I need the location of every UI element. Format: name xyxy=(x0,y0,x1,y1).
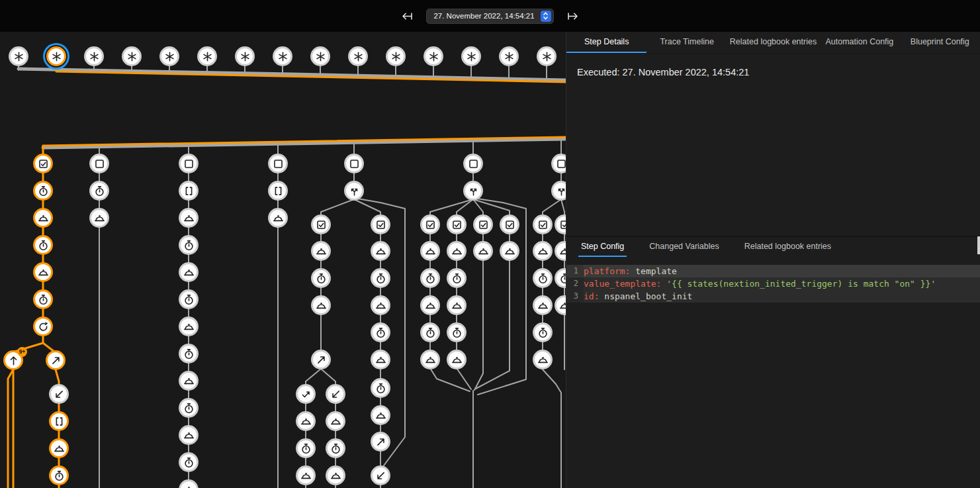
trigger-node[interactable] xyxy=(159,46,179,66)
delay-node[interactable] xyxy=(447,268,467,288)
delay-node[interactable] xyxy=(533,268,553,288)
service-call-node[interactable] xyxy=(555,295,566,315)
service-call-node[interactable] xyxy=(447,350,467,369)
service-call-node[interactable] xyxy=(49,438,69,458)
trigger-node[interactable] xyxy=(84,46,104,66)
trigger-node[interactable] xyxy=(310,46,330,66)
choose-node[interactable] xyxy=(344,181,364,201)
branch-exit-node[interactable] xyxy=(46,350,66,370)
service-call-node[interactable] xyxy=(296,411,316,431)
branch-exit-node[interactable] xyxy=(311,350,331,369)
tab-automation-config[interactable]: Automation Config xyxy=(819,32,899,53)
service-call-node[interactable] xyxy=(420,241,440,261)
branch-exit-node[interactable] xyxy=(371,432,390,452)
delay-node[interactable] xyxy=(371,378,390,398)
condition-node[interactable] xyxy=(500,215,519,234)
condition-node[interactable] xyxy=(179,154,199,173)
service-call-node[interactable] xyxy=(179,479,199,488)
run-picker[interactable]: 27. November 2022, 14:54:21 xyxy=(426,9,553,24)
trigger-node[interactable] xyxy=(9,46,28,66)
tab-step-details[interactable]: Step Details xyxy=(566,32,646,53)
service-call-node[interactable] xyxy=(89,208,109,228)
sequence-node[interactable] xyxy=(268,181,288,201)
condition-node[interactable] xyxy=(420,215,440,234)
trigger-node[interactable] xyxy=(46,46,66,66)
traversal-node[interactable] xyxy=(49,384,69,404)
tab-related-logbook-entries[interactable]: Related logbook entries xyxy=(727,32,819,53)
condition-node[interactable] xyxy=(447,215,467,234)
trigger-node[interactable] xyxy=(386,46,406,66)
condition-pass-node[interactable] xyxy=(296,384,316,404)
delay-node[interactable] xyxy=(447,322,467,342)
condition-node[interactable] xyxy=(555,215,566,234)
delay-node[interactable] xyxy=(179,452,199,472)
service-call-node[interactable] xyxy=(179,262,199,282)
sequence-node[interactable] xyxy=(49,411,69,431)
delay-node[interactable] xyxy=(555,268,566,288)
traversal-node[interactable] xyxy=(371,465,390,485)
trigger-node[interactable] xyxy=(273,46,292,66)
service-call-node[interactable] xyxy=(420,350,440,369)
service-call-node[interactable] xyxy=(473,241,493,261)
previous-run-button[interactable] xyxy=(397,6,417,26)
service-call-node[interactable] xyxy=(371,405,390,425)
condition-node[interactable] xyxy=(344,154,364,173)
tab-trace-timeline[interactable]: Trace Timeline xyxy=(646,32,727,53)
condition-node[interactable] xyxy=(551,154,566,173)
service-call-node[interactable] xyxy=(326,465,345,485)
service-call-node[interactable] xyxy=(268,208,288,228)
service-call-node[interactable] xyxy=(533,350,553,369)
choose-node[interactable] xyxy=(551,181,566,201)
trigger-node[interactable] xyxy=(461,46,481,66)
service-call-node[interactable] xyxy=(371,350,390,369)
trigger-node[interactable] xyxy=(197,46,217,66)
delay-node[interactable] xyxy=(371,322,390,342)
choose-node[interactable] xyxy=(463,181,483,201)
trigger-node[interactable] xyxy=(499,46,519,66)
traversal-node[interactable] xyxy=(326,384,345,404)
scrollbar-thumb[interactable] xyxy=(977,236,980,254)
service-call-node[interactable] xyxy=(533,295,553,315)
delay-node[interactable] xyxy=(179,398,199,418)
delay-node[interactable] xyxy=(179,289,199,309)
delay-node[interactable] xyxy=(326,438,345,458)
condition-node[interactable] xyxy=(268,154,288,173)
service-call-node[interactable] xyxy=(296,465,316,485)
condition-node[interactable] xyxy=(89,154,109,173)
next-run-button[interactable] xyxy=(563,6,583,26)
trigger-node[interactable] xyxy=(423,46,443,66)
sequence-node[interactable] xyxy=(179,181,199,201)
condition-node[interactable] xyxy=(33,154,53,173)
service-call-node[interactable] xyxy=(326,411,345,431)
delay-node[interactable] xyxy=(296,438,316,458)
condition-node[interactable] xyxy=(473,215,493,234)
service-call-node[interactable] xyxy=(500,241,519,261)
delay-node[interactable] xyxy=(179,235,199,255)
delay-node[interactable] xyxy=(420,322,440,342)
tab-changed-variables[interactable]: Changed Variables xyxy=(646,237,721,257)
condition-node[interactable] xyxy=(371,215,390,234)
service-call-node[interactable] xyxy=(371,295,390,315)
delay-node[interactable] xyxy=(89,181,109,201)
service-call-node[interactable] xyxy=(179,425,199,445)
service-call-node[interactable] xyxy=(371,241,390,261)
service-call-node[interactable] xyxy=(179,317,199,336)
delay-node[interactable] xyxy=(33,235,53,255)
trigger-node[interactable] xyxy=(537,46,557,66)
service-call-node[interactable] xyxy=(311,241,331,261)
delay-node[interactable] xyxy=(420,268,440,288)
delay-node[interactable] xyxy=(371,268,390,288)
trigger-node[interactable] xyxy=(235,46,255,66)
service-call-node[interactable] xyxy=(447,295,467,315)
tab-step-config[interactable]: Step Config xyxy=(578,237,627,257)
delay-node[interactable] xyxy=(179,344,199,364)
condition-node[interactable] xyxy=(533,215,553,234)
delay-node[interactable] xyxy=(33,289,53,309)
service-call-node[interactable] xyxy=(33,208,53,228)
repeat-loop-node[interactable]: 9+ xyxy=(3,350,23,370)
service-call-node[interactable] xyxy=(555,241,566,261)
trigger-node[interactable] xyxy=(122,46,142,66)
tab-blueprint-config[interactable]: Blueprint Config xyxy=(900,32,980,53)
delay-node[interactable] xyxy=(311,268,331,288)
condition-node[interactable] xyxy=(311,215,331,234)
